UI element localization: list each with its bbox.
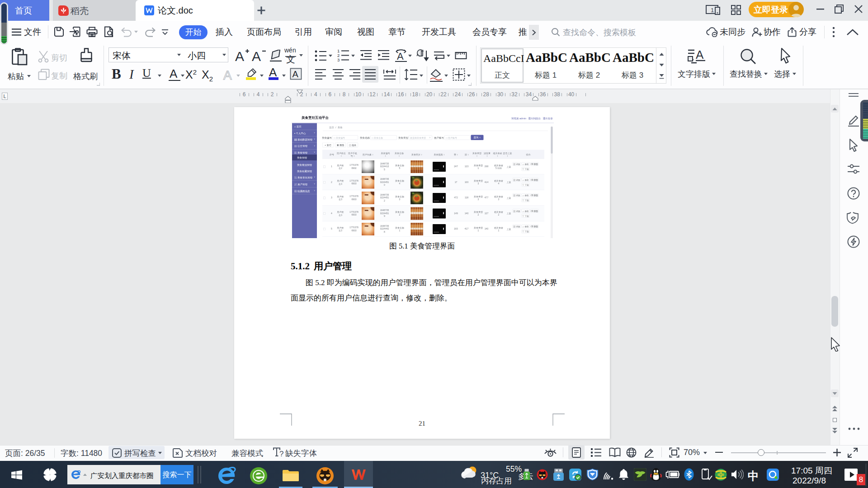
svg-text:A: A [269,66,277,79]
svg-text:A: A [397,51,404,62]
svg-text:1: 1 [711,7,714,14]
svg-text:A: A [170,68,178,80]
svg-text:A: A [696,49,704,61]
svg-text:A: A [235,49,244,63]
svg-text:wén: wén [284,47,296,54]
svg-text:文: 文 [286,54,295,64]
svg-text:A: A [252,49,261,63]
svg-text:A: A [292,69,299,79]
svg-text:3: 3 [337,57,340,62]
svg-text:?: ? [279,450,283,458]
svg-text:A: A [223,69,232,81]
